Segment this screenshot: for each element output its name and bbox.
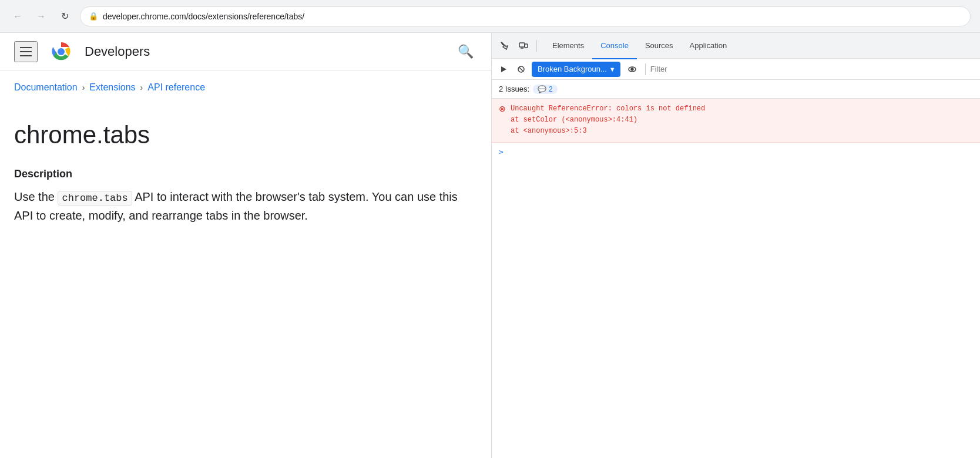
tab-console[interactable]: Console	[592, 33, 637, 59]
svg-line-9	[519, 67, 523, 72]
page-title: chrome.tabs	[14, 121, 477, 149]
issues-bar: 2 Issues: 💬 2	[492, 80, 980, 99]
prompt-arrow-icon: >	[499, 147, 504, 156]
chevron-down-icon: ▼	[609, 66, 616, 73]
context-selector[interactable]: Broken Backgroun... ▼	[532, 62, 620, 77]
svg-point-11	[631, 68, 633, 70]
filter-input[interactable]	[650, 62, 975, 76]
issues-badge-icon: 💬	[538, 85, 546, 93]
chrome-logo	[49, 40, 73, 63]
breadcrumb-item-extensions[interactable]: Extensions	[89, 82, 135, 93]
error-line-1: Uncaught ReferenceError: colors is not d…	[511, 103, 705, 114]
description-label: Description	[14, 168, 477, 180]
lock-icon: 🔒	[89, 12, 98, 21]
devtools-separator-2	[645, 63, 646, 75]
content-area: Developers 🔍 Documentation › Extensions …	[0, 33, 980, 458]
description-text: Use the chrome.tabs API to interact with…	[14, 187, 477, 225]
issues-label: 2 Issues:	[499, 85, 529, 93]
console-error-message: ⊗ Uncaught ReferenceError: colors is not…	[492, 99, 980, 143]
console-messages: ⊗ Uncaught ReferenceError: colors is not…	[492, 99, 980, 458]
error-line-2: at setColor (<anonymous>:4:41)	[511, 114, 705, 126]
address-bar[interactable]: 🔒 developer.chrome.com/docs/extensions/r…	[80, 6, 971, 26]
code-snippet: chrome.tabs	[58, 191, 132, 206]
forward-button[interactable]: →	[33, 8, 49, 25]
hamburger-line	[20, 47, 32, 48]
devtools-tabs: Elements Console Sources Application	[544, 33, 735, 59]
clear-console-button[interactable]	[514, 62, 528, 76]
reload-button[interactable]: ↻	[56, 8, 73, 25]
console-prompt: >	[492, 143, 980, 161]
svg-rect-5	[525, 44, 528, 48]
tab-application[interactable]: Application	[682, 33, 736, 59]
breadcrumb: Documentation › Extensions › API referen…	[0, 70, 491, 102]
site-title: Developers	[85, 44, 150, 59]
page-header: Developers 🔍	[0, 33, 491, 70]
tab-sources[interactable]: Sources	[637, 33, 682, 59]
error-icon: ⊗	[499, 104, 506, 113]
browser-toolbar: ← → ↻ 🔒 developer.chrome.com/docs/extens…	[0, 0, 980, 33]
chrome-logo-icon	[49, 40, 73, 63]
error-line-3: at <anonymous>:5:3	[511, 126, 705, 137]
devtools-console-toolbar: Broken Backgroun... ▼	[492, 59, 980, 80]
description-before: Use the	[14, 190, 58, 203]
devtools-panel: Elements Console Sources Application	[491, 33, 980, 458]
issues-count: 2	[549, 85, 553, 93]
search-button[interactable]: 🔍	[454, 40, 477, 63]
context-selector-label: Broken Backgroun...	[538, 65, 607, 73]
tab-elements[interactable]: Elements	[544, 33, 592, 59]
devtools-toolbar: Elements Console Sources Application	[492, 33, 980, 59]
svg-rect-4	[519, 43, 525, 47]
hamburger-line	[20, 55, 32, 56]
svg-point-3	[58, 48, 65, 55]
back-button[interactable]: ←	[9, 8, 26, 25]
page-body: chrome.tabs Description Use the chrome.t…	[0, 102, 491, 239]
address-text: developer.chrome.com/docs/extensions/ref…	[103, 12, 962, 21]
breadcrumb-item-documentation[interactable]: Documentation	[14, 82, 78, 93]
breadcrumb-sep-1: ›	[82, 83, 85, 92]
device-toggle-button[interactable]	[515, 38, 532, 54]
error-text: Uncaught ReferenceError: colors is not d…	[511, 103, 705, 137]
devtools-separator-1	[536, 40, 537, 52]
hamburger-button[interactable]	[14, 41, 38, 62]
issues-badge[interactable]: 💬 2	[533, 85, 558, 94]
eye-button[interactable]	[624, 61, 640, 78]
page-content: Developers 🔍 Documentation › Extensions …	[0, 33, 491, 458]
play-button[interactable]	[496, 62, 511, 76]
inspect-element-button[interactable]	[496, 38, 513, 54]
hamburger-line	[20, 51, 32, 52]
svg-marker-7	[501, 66, 506, 72]
breadcrumb-item-api-reference[interactable]: API reference	[147, 82, 205, 93]
breadcrumb-sep-2: ›	[140, 83, 143, 92]
